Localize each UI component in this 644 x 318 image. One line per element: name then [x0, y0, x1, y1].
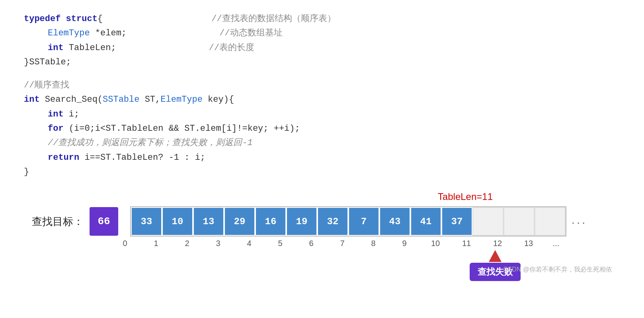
code-line-5: //顺序查找 [24, 78, 620, 93]
code-line-4: }SSTable; [24, 55, 620, 70]
index-row: 012345678910111213 ... [32, 239, 620, 248]
array-cell-8: 43 [379, 207, 410, 236]
array-cell-4: 16 [255, 207, 286, 236]
array-outer: 331013291619327434137 [130, 206, 566, 237]
kw-return: return [48, 153, 79, 163]
array-cell-5: 19 [286, 207, 317, 236]
code-line-1: typedef struct{ //查找表的数据结构（顺序表） [24, 12, 620, 26]
kw-typedef: typedef struct [24, 14, 98, 24]
comment-3: //表的长度 [209, 43, 254, 53]
index-cell-4: 4 [234, 239, 265, 248]
kw-int-3: int [48, 109, 64, 119]
code-line-9: //查找成功，则返回元素下标；查找失败，则返回-1 [24, 136, 620, 150]
array-cell-1: 10 [162, 207, 193, 236]
code-line-10: return i==ST.TableLen? -1 : i; [24, 151, 620, 165]
array-cell-6: 32 [317, 207, 348, 236]
index-cell-10: 10 [420, 239, 451, 248]
tablelen-label: TableLen=11 [24, 191, 493, 202]
index-cell-9: 9 [389, 239, 420, 248]
empty-cell-13 [535, 207, 566, 236]
index-cell-6: 6 [296, 239, 327, 248]
code-line-11: } [24, 165, 620, 179]
empty-cell-12 [503, 207, 535, 236]
index-ellipsis: ... [544, 239, 568, 248]
comment-1: //查找表的数据结构（顺序表） [211, 14, 336, 24]
index-cell-12: 12 [482, 239, 513, 248]
index-cell-7: 7 [327, 239, 358, 248]
code-line-6: int Search_Seq(SSTable ST,ElemType key){ [24, 93, 620, 107]
watermark: CSDN @你若不剩不弃，我必生死相依 [503, 266, 612, 274]
elemtype-ref: ElemType [48, 28, 90, 38]
index-cell-1: 1 [141, 239, 172, 248]
search-label: 查找目标： [32, 215, 84, 229]
index-cells-container: 012345678910111213 [109, 239, 544, 248]
fail-arrow-icon [489, 250, 502, 262]
code-line-3: int TableLen; //表的长度 [24, 41, 620, 55]
sstype-ref: SSTable [103, 95, 139, 105]
array-cell-7: 7 [348, 207, 379, 236]
comment-2: //动态数组基址 [219, 28, 282, 38]
code-line-2: ElemType *elem; //动态数组基址 [24, 26, 620, 41]
index-cell-8: 8 [358, 239, 389, 248]
index-cell-11: 11 [451, 239, 482, 248]
code-line-8: for (i=0;i<ST.TableLen && ST.elem[i]!=ke… [24, 122, 620, 136]
viz-section: TableLen=11 查找目标： 66 3310132916193274341… [24, 191, 620, 278]
index-cell-5: 5 [265, 239, 296, 248]
elemtype-ref2: ElemType [160, 95, 203, 105]
array-cell-0: 33 [131, 207, 162, 236]
index-cell-3: 3 [203, 239, 234, 248]
array-cell-10: 37 [441, 207, 472, 236]
code-line-7: int i; [24, 107, 620, 122]
code-block: typedef struct{ //查找表的数据结构（顺序表） ElemType… [24, 12, 620, 179]
index-cell-13: 13 [513, 239, 544, 248]
index-cell-2: 2 [172, 239, 203, 248]
array-cell-3: 29 [224, 207, 255, 236]
ellipsis-cell: ... [566, 207, 590, 236]
filled-cells: 331013291619327434137 [131, 207, 472, 236]
array-cell-9: 41 [410, 207, 441, 236]
page-container: typedef struct{ //查找表的数据结构（顺序表） ElemType… [0, 0, 644, 318]
comment-9: //查找成功，则返回元素下标；查找失败，则返回-1 [48, 138, 253, 148]
kw-int-1: int [48, 43, 64, 53]
index-cell-0: 0 [109, 239, 141, 248]
target-box: 66 [90, 207, 118, 236]
kw-int-2: int [24, 95, 40, 105]
comment-5: //顺序查找 [24, 80, 69, 90]
empty-cell-11 [472, 207, 503, 236]
blank-line [24, 70, 620, 78]
array-row: 查找目标： 66 331013291619327434137 ... [32, 206, 620, 237]
kw-for: for [48, 124, 64, 134]
array-cell-2: 13 [193, 207, 224, 236]
